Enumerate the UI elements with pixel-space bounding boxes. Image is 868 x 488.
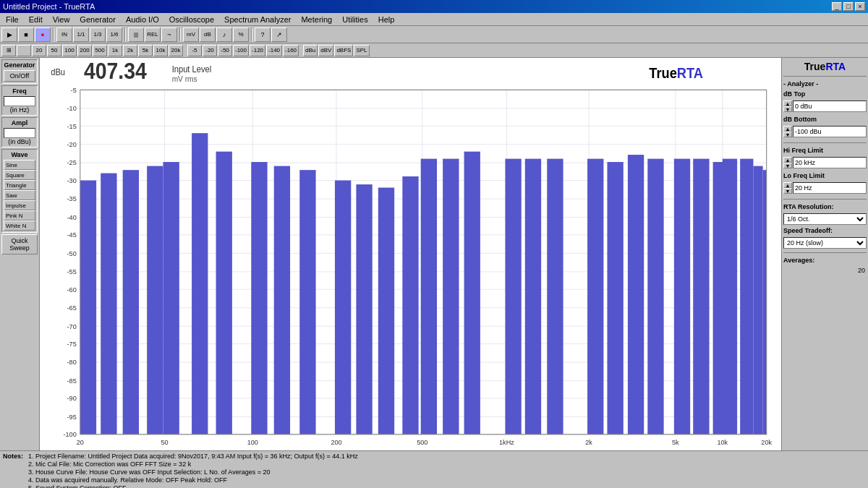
wave-white-n[interactable]: White N: [4, 221, 35, 231]
db-bottom-input[interactable]: -100 dBu: [793, 126, 867, 137]
menu-generator[interactable]: Generator: [77, 14, 119, 25]
wave-triangle[interactable]: Triangle: [4, 180, 35, 190]
y-label--5: -5: [71, 85, 77, 93]
hi-freq-down[interactable]: ▼: [783, 163, 792, 168]
db-top-down[interactable]: ▼: [783, 106, 792, 112]
toolbar-note[interactable]: ♪: [216, 27, 232, 42]
averages-value: 20: [783, 267, 867, 274]
y-label--50: -50: [67, 249, 77, 257]
tb2-btn4[interactable]: 50: [47, 45, 61, 56]
toolbar-rel[interactable]: REL: [145, 27, 161, 42]
minimize-button[interactable]: _: [832, 2, 842, 11]
tb2-btn8[interactable]: 1k: [108, 45, 122, 56]
hi-freq-input[interactable]: 20 kHz: [793, 157, 867, 168]
hi-freq-row: ▲ ▼ 20 kHz: [783, 157, 867, 168]
analyzer-label: - Analyzer -: [783, 80, 867, 87]
menu-oscilloscope[interactable]: Oscilloscope: [166, 14, 217, 25]
tb2-btn2[interactable]: [17, 45, 31, 56]
averages-label: Averages:: [783, 257, 867, 264]
tb2-btn9[interactable]: 2k: [123, 45, 137, 56]
tb2-btn12[interactable]: 20k: [169, 45, 183, 56]
x-label-20: 20: [77, 438, 84, 446]
toolbar-in[interactable]: IN: [56, 27, 72, 42]
rta-res-select[interactable]: 1/6 Oct. 1/3 Oct. 1/1 Oct.: [783, 213, 867, 225]
x-label-1khz: 1kHz: [499, 438, 514, 446]
toolbar-mv[interactable]: mV: [183, 27, 199, 42]
x-label-2k: 2k: [585, 438, 592, 446]
tb2-btn7[interactable]: 500: [93, 45, 107, 56]
toolbar-sep4: [251, 28, 252, 41]
db-bottom-up[interactable]: ▲: [783, 126, 792, 132]
db-top-input[interactable]: 0 dBu: [793, 100, 867, 112]
menu-audio-io[interactable]: Audio I/O: [123, 14, 162, 25]
x-label-10k: 10k: [717, 438, 728, 446]
toolbar-play[interactable]: ▶: [1, 27, 17, 42]
generator-title: Generator: [4, 61, 35, 69]
quick-sweep-button[interactable]: QuickSweep: [1, 234, 38, 254]
toolbar-stop[interactable]: ■: [18, 27, 34, 42]
wave-square[interactable]: Square: [4, 170, 35, 180]
lo-freq-input[interactable]: 20 Hz: [793, 182, 867, 194]
toolbar-oct1[interactable]: 1/1: [73, 27, 89, 42]
notes-content: 1. Project Filename: Untitled Project Da…: [28, 453, 865, 488]
toolbar-help[interactable]: ?: [255, 27, 271, 42]
tb2-btn14[interactable]: -20: [203, 45, 217, 56]
speed-select[interactable]: 20 Hz (slow) 10 Hz (medium) 5 Hz (fast): [783, 237, 867, 249]
y-label--40: -40: [67, 213, 77, 221]
toolbar-oct3[interactable]: 1/3: [90, 27, 106, 42]
chart-logo: TrueRTA: [649, 65, 703, 81]
db-bottom-down[interactable]: ▼: [783, 132, 792, 137]
y-label--10: -10: [67, 104, 77, 112]
wave-sine[interactable]: Sine: [4, 160, 35, 170]
note-line-2: 2. Mic Cal File: Mic Correction was OFF …: [28, 461, 865, 468]
toolbar-record[interactable]: ●: [35, 27, 51, 42]
tb2-btn22[interactable]: dBFS: [334, 45, 353, 56]
tb2-btn17[interactable]: -120: [250, 45, 265, 56]
toolbar-db[interactable]: dB: [200, 27, 216, 42]
menu-metering[interactable]: Metering: [298, 14, 335, 25]
tb2-btn19[interactable]: -160: [283, 45, 299, 56]
tb2-btn20[interactable]: dBu: [303, 45, 318, 56]
on-off-button[interactable]: On/Off: [4, 70, 35, 82]
tb2-btn6[interactable]: 200: [77, 45, 92, 56]
lo-freq-down[interactable]: ▼: [783, 188, 792, 194]
maximize-button[interactable]: □: [843, 2, 854, 11]
menu-edit[interactable]: Edit: [26, 14, 46, 25]
dbu-axis-label: dBu: [51, 67, 65, 77]
tb2-btn3[interactable]: 20: [32, 45, 46, 56]
tb2-btn15[interactable]: -50: [218, 45, 232, 56]
tb2-btn18[interactable]: -140: [266, 45, 282, 56]
toolbar-pct[interactable]: %: [233, 27, 249, 42]
menu-help[interactable]: Help: [375, 14, 398, 25]
y-label--65: -65: [67, 304, 77, 312]
tb2-btn23[interactable]: SPL: [354, 45, 369, 56]
tb2-btn13[interactable]: -5: [187, 45, 202, 56]
y-label--20: -20: [67, 140, 77, 148]
menu-view[interactable]: View: [50, 14, 73, 25]
wave-impulse[interactable]: Impulse: [4, 200, 35, 210]
db-top-up[interactable]: ▲: [783, 100, 792, 106]
ampl-input[interactable]: 4.0: [4, 128, 35, 138]
toolbar-oct6[interactable]: 1/6: [106, 27, 122, 42]
toolbar-wave[interactable]: ~: [161, 27, 177, 42]
bar-2500hz: [607, 162, 623, 435]
chart-area: dBu 407.34 Input Level mV rms TrueRTA: [40, 58, 781, 450]
close-button[interactable]: ×: [855, 2, 865, 11]
lo-freq-up[interactable]: ▲: [783, 182, 792, 188]
tb2-btn1[interactable]: ⊞: [1, 45, 16, 56]
wave-pink-n[interactable]: Pink N: [4, 210, 35, 221]
toolbar-arrow[interactable]: ↗: [271, 27, 287, 42]
wave-saw[interactable]: Saw: [4, 190, 35, 200]
menu-spectrum-analyzer[interactable]: Spectrum Analyzer: [221, 14, 294, 25]
menu-file[interactable]: File: [3, 14, 22, 25]
freq-input[interactable]: 1000: [4, 96, 35, 106]
bar-800hz: [464, 152, 480, 435]
tb2-btn16[interactable]: -100: [233, 45, 249, 56]
toolbar-bars[interactable]: |||: [128, 27, 144, 42]
menu-utilities[interactable]: Utilities: [339, 14, 370, 25]
hi-freq-up[interactable]: ▲: [783, 157, 792, 163]
tb2-btn5[interactable]: 100: [62, 45, 77, 56]
tb2-btn21[interactable]: dBV: [318, 45, 333, 56]
tb2-btn10[interactable]: 5k: [138, 45, 153, 56]
tb2-btn11[interactable]: 10k: [153, 45, 168, 56]
